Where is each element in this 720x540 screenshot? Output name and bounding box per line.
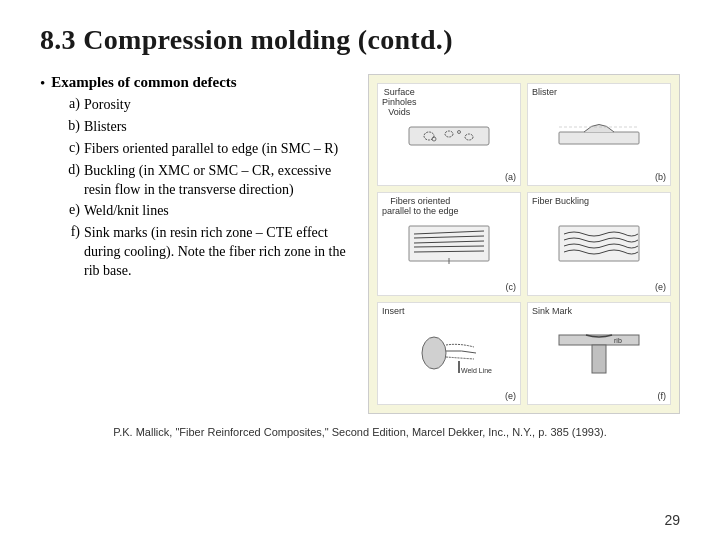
cell-sublabel-6: (f) [658,391,667,401]
cell-label-6: Sink Mark [532,306,572,316]
cell-sublabel-1: (a) [505,172,516,182]
sub-item-2: c)Fibers oriented parallel to edge (in S… [62,140,350,159]
cell-sublabel-2: (b) [655,172,666,182]
sub-letter-2: c) [62,140,80,156]
sub-item-4: e)Weld/knit lines [62,202,350,221]
slide-page: 8.3 Compression molding (contd.) • Examp… [0,0,720,540]
sub-item-1: b)Blisters [62,118,350,137]
page-number: 29 [664,512,680,528]
svg-text:Weld Line: Weld Line [461,367,492,374]
sub-letter-3: d) [62,162,80,178]
svg-rect-20 [592,345,606,373]
sink-illustration: rib [554,323,644,383]
sub-item-0: a)Porosity [62,96,350,115]
cell-sublabel-5: (e) [505,391,516,401]
image-cell-sink: Sink Mark rib (f) [527,302,671,405]
svg-rect-0 [409,127,489,145]
bullet-dot: • [40,75,45,92]
sub-list: a)Porosityb)Blistersc)Fibers oriented pa… [62,96,350,281]
buckling-illustration [554,216,644,271]
sub-text-2: Fibers oriented parallel to edge (in SMC… [84,140,338,159]
main-bullet: • Examples of common defects [40,74,350,92]
cell-sublabel-3: (c) [506,282,517,292]
main-bullet-label: Examples of common defects [51,74,236,91]
sub-item-5: f)Sink marks (in resin rich zone – CTE e… [62,224,350,281]
citation-text: P.K. Mallick, "Fiber Reinforced Composit… [40,426,680,438]
cell-label-1: SurfacePinholesVoids [382,87,417,117]
image-panel: SurfacePinholesVoids (a) Blister [368,74,680,414]
sub-text-4: Weld/knit lines [84,202,169,221]
sub-letter-1: b) [62,118,80,134]
slide-title: 8.3 Compression molding (contd.) [40,24,680,56]
sub-text-1: Blisters [84,118,127,137]
image-cell-fibers: Fibers orientedparallel to the edge (c) [377,192,521,295]
blister-illustration [554,107,644,162]
text-column: • Examples of common defects a)Porosityb… [40,74,350,284]
sub-text-5: Sink marks (in resin rich zone – CTE eff… [84,224,350,281]
sub-text-0: Porosity [84,96,131,115]
svg-text:rib: rib [614,337,622,344]
svg-rect-15 [559,226,639,261]
image-cell-blister: Blister (b) [527,83,671,186]
cell-sublabel-4: (e) [655,282,666,292]
weld-illustration: Weld Line [404,323,494,383]
image-cell-weld: Insert Weld Line (e) [377,302,521,405]
cell-label-5: Insert [382,306,405,316]
svg-rect-6 [559,132,639,144]
image-cell-porosity: SurfacePinholesVoids (a) [377,83,521,186]
sub-letter-0: a) [62,96,80,112]
cell-label-3: Fibers orientedparallel to the edge [382,196,459,216]
porosity-illustration [404,107,494,162]
image-cell-buckling: Fiber Buckling (e) [527,192,671,295]
sub-letter-4: e) [62,202,80,218]
fibers-illustration [404,216,494,271]
cell-label-2: Blister [532,87,557,97]
svg-point-16 [422,337,446,369]
cell-label-4: Fiber Buckling [532,196,589,206]
sub-text-3: Buckling (in XMC or SMC – CR, excessive … [84,162,350,200]
sub-letter-5: f) [62,224,80,240]
sub-item-3: d)Buckling (in XMC or SMC – CR, excessiv… [62,162,350,200]
content-row: • Examples of common defects a)Porosityb… [40,74,680,414]
